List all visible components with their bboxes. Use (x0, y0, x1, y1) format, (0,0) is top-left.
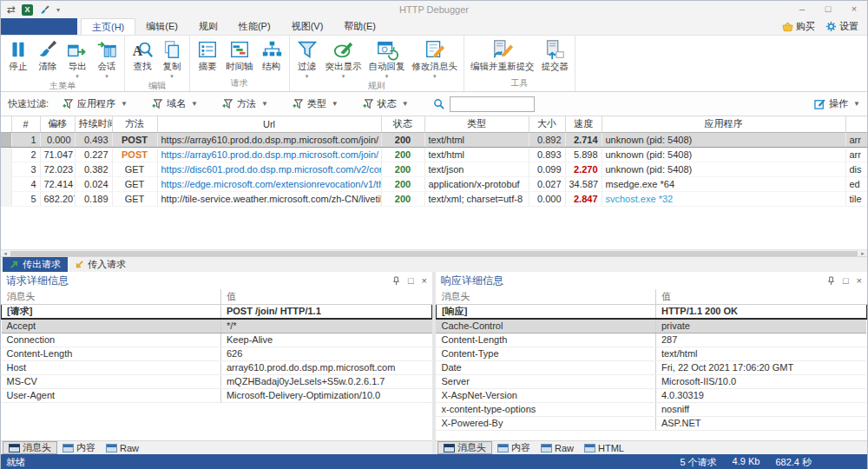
tab-response-headers[interactable]: 消息头 (437, 441, 492, 454)
header-row[interactable]: DateFri, 22 Oct 2021 17:06:20 GMT (436, 360, 866, 374)
col-size[interactable]: 大小 (529, 116, 565, 132)
auto-reply-button[interactable]: 自动回复 ▾ (365, 37, 409, 80)
tab-incoming-requests[interactable]: 传入请求 (68, 257, 133, 272)
file-menu-button[interactable] (1, 18, 77, 35)
close-button[interactable]: × (841, 1, 867, 18)
header-row[interactable]: X-Powered-ByASP.NET (436, 416, 866, 430)
tab-edit[interactable]: 编辑(E) (135, 18, 188, 35)
modify-headers-button[interactable]: 修改消息头 ▾ (409, 37, 462, 80)
maximize-button[interactable]: □ (815, 1, 841, 18)
col-num[interactable]: # (11, 116, 40, 132)
col-url[interactable]: Url (157, 116, 381, 132)
filter-button[interactable]: 过滤 ▾ (293, 37, 322, 80)
tab-help[interactable]: 帮助(E) (333, 18, 386, 35)
tab-request-headers[interactable]: 消息头 (3, 441, 57, 454)
header-row[interactable]: MS-CVmQZHBadaj0yJeLsels+S5w.0.2.6.1.7 (2, 374, 432, 388)
col-app[interactable]: 应用程序 (602, 116, 845, 132)
qat-dropdown-icon[interactable]: ▾ (56, 6, 60, 14)
timeline-button[interactable]: 时间轴 (222, 37, 257, 73)
header-row[interactable]: [响应]HTTP/1.1 200 OK (436, 304, 866, 319)
filter-plus-icon (363, 98, 374, 109)
col-method[interactable]: 方法 (112, 116, 157, 132)
table-row[interactable]: 5 682.207 0.189 GET http://tile-service.… (1, 191, 867, 206)
header-row[interactable]: [请求]POST /join/ HTTP/1.1 (2, 304, 432, 319)
clear-button[interactable]: 清除 (33, 37, 62, 73)
tab-performance[interactable]: 性能(P) (228, 18, 281, 35)
tab-response-raw[interactable]: Raw (536, 441, 579, 454)
actions-dropdown[interactable]: 操作▼ (814, 97, 860, 110)
close-panel-icon[interactable]: × (422, 276, 427, 286)
col-type[interactable]: 类型 (424, 116, 529, 132)
table-row[interactable]: 1 0.000 0.493 POST https://array610.prod… (1, 132, 867, 147)
maximize-panel-icon[interactable]: □ (843, 276, 849, 286)
maximize-panel-icon[interactable]: □ (408, 276, 414, 286)
tab-outgoing-requests[interactable]: 传出请求 (3, 257, 68, 272)
tab-request-raw[interactable]: Raw (101, 441, 144, 454)
table-row[interactable]: 2 71.047 0.227 POST https://array610.pro… (1, 147, 867, 162)
submitter-button[interactable]: 提交器 (538, 37, 573, 73)
submitter-icon (543, 38, 566, 61)
col-duration[interactable]: 持续时间 (75, 116, 112, 132)
header-row[interactable]: Content-Length626 (2, 347, 432, 360)
table-row[interactable]: 4 72.414 0.024 GET https://edge.microsof… (1, 176, 867, 191)
pin-icon[interactable] (827, 276, 835, 286)
table-header-row: # 偏移 持续时间 方法 Url 状态 类型 大小 速度 应用程序 (1, 116, 867, 132)
export-button[interactable]: 导出 ▾ (62, 37, 92, 80)
header-row[interactable]: Accept*/* (2, 319, 432, 334)
edit-resubmit-button[interactable]: 编辑并重新提交 (467, 37, 538, 73)
kv-col-name[interactable]: 消息头 (2, 289, 221, 304)
highlight-icon (332, 38, 355, 61)
kv-col-value[interactable]: 值 (655, 289, 866, 304)
session-button[interactable]: 会话 ▾ (92, 37, 122, 80)
status-request-count: 5 个请求 (680, 456, 716, 469)
scrollbar-thumb[interactable] (10, 251, 858, 256)
table-row[interactable]: 3 72.023 0.382 GET https://disc601.prod.… (1, 162, 867, 176)
header-row[interactable]: ServerMicrosoft-IIS/10.0 (436, 374, 866, 388)
tab-response-content[interactable]: 内容 (492, 441, 536, 454)
status-bar: 就绪 5 个请求 4.9 Kb 682.4 秒 (1, 454, 867, 469)
chevron-down-icon: ▾ (306, 73, 309, 80)
quick-filter-bar: 快速过滤: 应用程序▼ 域名▼ 方法▼ 类型▼ 状态▼ 操作▼ (1, 92, 867, 116)
header-row[interactable]: ConnectionKeep-Alive (2, 333, 432, 347)
pin-icon[interactable] (392, 276, 400, 286)
col-speed[interactable]: 速度 (565, 116, 602, 132)
col-offset[interactable]: 偏移 (40, 116, 75, 132)
request-detail-panel: 请求详细信息 □ × 消息头 值 [ (1, 272, 432, 454)
copy-button[interactable]: 复制 ▾ (157, 37, 187, 80)
highlight-button[interactable]: 突出显示 ▾ (322, 37, 365, 80)
settings-button[interactable]: 设置 (825, 20, 858, 33)
summary-button[interactable]: 摘要 (193, 37, 222, 73)
search-input[interactable] (450, 96, 535, 112)
excel-export-icon[interactable]: X (22, 4, 33, 16)
close-panel-icon[interactable]: × (857, 276, 862, 286)
header-row[interactable]: X-AspNet-Version4.0.30319 (436, 388, 866, 402)
filter-type[interactable]: 类型▼ (293, 97, 339, 110)
tab-view[interactable]: 视图(V) (281, 18, 334, 35)
header-row[interactable]: x-content-type-optionsnosniff (436, 402, 866, 416)
header-row[interactable]: User-AgentMicrosoft-Delivery-Optimizatio… (2, 388, 432, 402)
kv-col-name[interactable]: 消息头 (436, 289, 655, 304)
col-status[interactable]: 状态 (381, 116, 424, 132)
filter-domain[interactable]: 域名▼ (152, 97, 198, 110)
horizontal-scrollbar[interactable]: ◄ ► (1, 249, 867, 256)
filter-method[interactable]: 方法▼ (222, 97, 268, 110)
buy-button[interactable]: 购买 (782, 20, 815, 33)
clear-brush-icon[interactable] (39, 4, 50, 16)
chevron-down-icon: ▾ (105, 73, 108, 80)
tab-request-content[interactable]: 内容 (57, 441, 101, 454)
header-row[interactable]: Content-Typetext/html (436, 347, 866, 360)
header-row[interactable]: Content-Length287 (436, 333, 866, 347)
tab-rules[interactable]: 规则 (188, 18, 228, 35)
minimize-button[interactable]: – (789, 1, 815, 18)
kv-col-value[interactable]: 值 (220, 289, 431, 304)
filter-application[interactable]: 应用程序▼ (62, 97, 128, 110)
stop-button[interactable]: 停止 (3, 37, 33, 73)
tab-response-html[interactable]: HTML (579, 441, 629, 454)
tab-home[interactable]: 主页(H) (81, 18, 135, 35)
find-button[interactable]: A 查找 (128, 37, 157, 73)
app-icon[interactable]: ⇄ (7, 4, 16, 15)
filter-status[interactable]: 状态▼ (363, 97, 409, 110)
structure-button[interactable]: 结构 (257, 37, 286, 73)
header-row[interactable]: Hostarray610.prod.do.dsp.mp.microsoft.co… (2, 360, 432, 374)
header-row[interactable]: Cache-Controlprivate (436, 319, 866, 334)
